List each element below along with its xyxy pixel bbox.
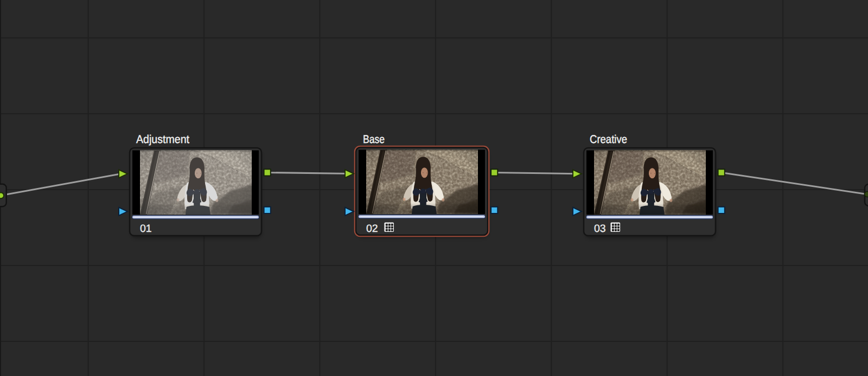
svg-text:Base: Base (363, 133, 385, 146)
svg-text:03: 03 (594, 223, 606, 235)
svg-text:Creative: Creative (590, 133, 627, 146)
svg-text:01: 01 (140, 223, 152, 235)
svg-text:02: 02 (366, 223, 378, 235)
svg-text:Adjustment: Adjustment (136, 133, 189, 146)
